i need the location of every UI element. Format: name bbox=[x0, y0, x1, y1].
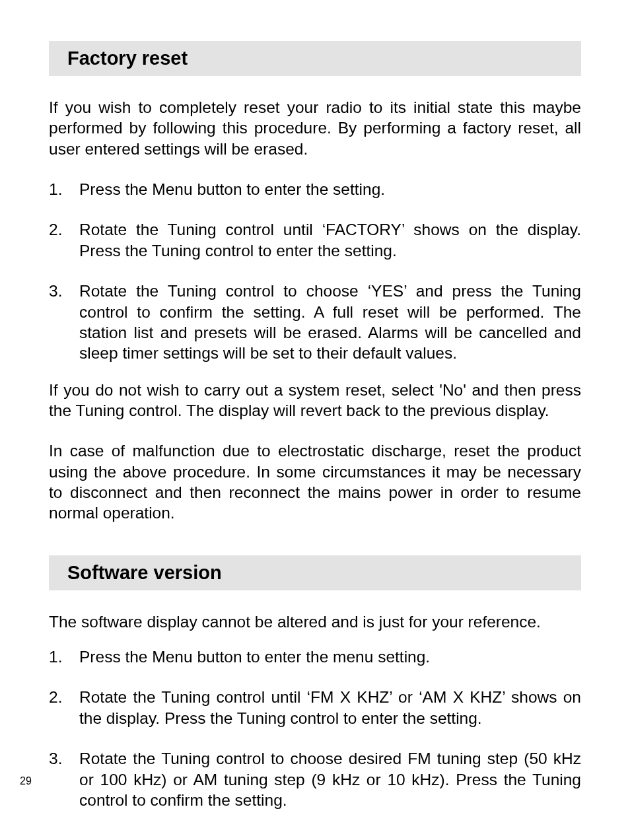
software-version-steps: Press the Menu button to enter the menu … bbox=[49, 647, 581, 810]
factory-reset-step: Rotate the Tuning control until ‘FACTORY… bbox=[49, 219, 581, 261]
factory-reset-no-option: If you do not wish to carry out a system… bbox=[49, 380, 581, 421]
factory-reset-intro: If you wish to completely reset your rad… bbox=[49, 97, 581, 159]
section-heading-software-version: Software version bbox=[49, 555, 581, 590]
software-version-intro: The software display cannot be altered a… bbox=[49, 612, 581, 632]
factory-reset-step: Press the Menu button to enter the setti… bbox=[49, 179, 581, 199]
page-number: 29 bbox=[20, 775, 32, 787]
software-version-step: Rotate the Tuning control to choose desi… bbox=[49, 748, 581, 810]
section-heading-factory-reset: Factory reset bbox=[49, 41, 581, 76]
software-version-step: Press the Menu button to enter the menu … bbox=[49, 647, 581, 667]
factory-reset-malfunction: In case of malfunction due to electrosta… bbox=[49, 440, 581, 523]
software-version-step: Rotate the Tuning control until ‘FM X KH… bbox=[49, 687, 581, 728]
factory-reset-steps: Press the Menu button to enter the setti… bbox=[49, 179, 581, 364]
manual-page: Factory reset If you wish to completely … bbox=[0, 0, 630, 840]
factory-reset-step: Rotate the Tuning control to choose ‘YES… bbox=[49, 281, 581, 363]
